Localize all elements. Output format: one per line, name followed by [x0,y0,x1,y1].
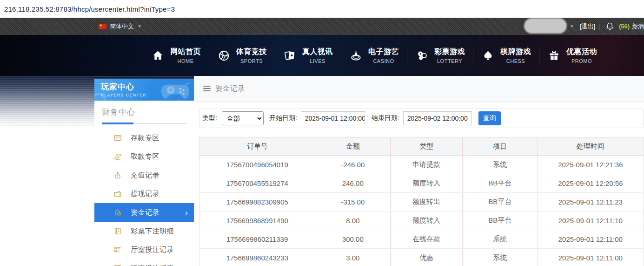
end-date-input[interactable] [403,111,472,125]
records-table: 订单号金额类型项目处理时间 1756700496054019-246.00申请提… [199,137,644,266]
page-title: 资金记录 [215,84,245,93]
browser-url-bar[interactable]: 216.118.235.52:8783/hhcp/usercenter.html… [0,0,644,18]
nav-label-en: CASINO [373,58,394,64]
gift-icon [547,49,560,62]
chevron-right-icon: › [185,209,188,217]
end-date-label: 结束日期: [372,114,399,123]
sidebar-section: 财务中心 [94,101,194,124]
sidebar-item-厅室投注记录[interactable]: 厅室投注记录 [94,240,194,259]
order-number-cell: 1756700455519274 [199,174,315,193]
bell-icon[interactable] [605,22,614,31]
section-title: 财务中心 [102,107,186,117]
amount-cell: 3.00 [315,249,391,266]
sidebar-item-提现记录[interactable]: 提现记录 [94,184,194,203]
basketball-icon [217,49,230,62]
sidebar-item-label: 资金记录 [131,208,159,217]
moneybag-icon [113,171,122,180]
type-cell: 优惠 [391,249,462,266]
nav-item-home[interactable]: 网站首页HOME [143,47,209,64]
wallet-icon [113,190,122,198]
type-select[interactable]: 全部 [222,111,264,125]
nav-item-text: 真人视讯LIVES [302,47,333,64]
funds-icon [113,208,122,217]
sidebar-title: 玩家中心 [101,82,194,92]
sidebar-item-label: 提现记录 [131,190,159,198]
column-header: 项目 [462,138,538,156]
search-button[interactable]: 查询 [478,111,501,125]
project-cell: BB平台 [462,174,538,193]
home-icon [151,49,164,62]
start-date-label: 开始日期: [269,114,297,123]
sidebar-item-label: 取款专区 [131,152,159,161]
nav-item-lottery[interactable]: 彩票游戏LOTTERY [407,47,473,64]
spade-icon [481,49,494,62]
type-label: 类型: [202,114,217,123]
hamburger-icon[interactable] [203,86,211,91]
new-message-label[interactable]: 新消息 [632,22,644,31]
type-cell: 申请提款 [391,156,462,174]
utility-top-bar: ★ 简体中文 ▼ ▼ [退出] | (56) 新消息 [0,18,644,35]
sidebar-item-充值记录[interactable]: 充值记录 [94,166,194,184]
main-navigation: 网站首页HOME体育竞技SPORTS真人视讯LIVES电子游艺CASINO彩票游… [0,35,644,76]
nav-label-en: HOME [178,58,194,64]
nav-item-chess[interactable]: 棋牌游戏CHESS [473,47,539,64]
time-cell: 2025-09-01 12:11:00 [538,249,643,266]
start-date-input[interactable] [301,111,365,125]
column-header: 处理时间 [538,138,643,156]
sidebar-item-资金记录[interactable]: 资金记录› [94,203,194,222]
amount-cell: -315.00 [315,193,391,211]
time-cell: 2025-09-01 12:11:10 [538,211,643,230]
sidebar-item-玩家投注报表[interactable]: 玩家投注报表 [94,259,194,266]
page-url[interactable]: 216.118.235.52:8783/hhcp/usercenter.html… [4,5,175,13]
nav-item-casino[interactable]: 电子游艺CASINO [341,47,407,64]
sidebar-item-彩票下注明细[interactable]: 彩票下注明细 [94,222,194,240]
username-redacted[interactable] [524,18,567,34]
column-header: 订单号 [199,138,315,156]
topbar-divider: | [599,23,601,30]
time-cell: 2025-09-01 12:11:23 [538,193,643,211]
amount-cell: 8.00 [315,211,391,230]
message-count[interactable]: (56) [619,23,630,30]
filter-bar: 类型: 全部 开始日期: 结束日期: 查询 [199,109,644,128]
nav-label-zh: 体育竞技 [236,47,267,57]
sidebar-item-存款专区[interactable]: 存款专区 [94,129,194,147]
sidebar-item-label: 厅室投注记录 [131,246,174,254]
section-underline [102,123,186,124]
list-icon [113,246,122,254]
nav-item-text: 电子游艺CASINO [368,47,399,64]
sidebar-subtitle: PLAYERS CENTER [101,93,194,97]
column-header: 金额 [315,138,391,156]
main-content: 资金记录 类型: 全部 开始日期: 结束日期: 查询 订单号金额类型项目处理时间… [194,76,644,266]
china-flag-icon: ★ [99,24,106,29]
sidebar-header: 玩家中心 PLAYERS CENTER [94,79,194,101]
nav-item-text: 彩票游戏LOTTERY [434,47,465,64]
logout-link[interactable]: [退出] [580,22,595,31]
withdraw-hand-icon [113,152,122,161]
chevron-down-icon[interactable]: ▼ [570,24,574,29]
nav-item-text: 棋牌游戏CHESS [500,47,531,64]
nav-item-sports[interactable]: 体育竞技SPORTS [209,47,275,64]
nav-item-promo[interactable]: 优惠活动PROMO [539,47,605,64]
table-header-row: 订单号金额类型项目处理时间 [199,138,644,156]
project-cell: BB平台 [462,211,538,230]
order-number-cell: 1756699860243233 [199,249,315,266]
nav-item-lives[interactable]: 真人视讯LIVES [275,47,341,64]
order-number-cell: 1756699882309905 [199,193,315,211]
nav-label-en: LOTTERY [437,58,462,64]
sidebar-item-取款专区[interactable]: 取款专区 [94,147,194,166]
table-row: 17566998689914908.00额度转入BB平台2025-09-01 1… [199,211,644,230]
table-row: 1756700496054019-246.00申请提款系统2025-09-01 … [199,156,644,174]
project-cell: BB平台 [462,193,538,211]
table-row: 1756700455519274246.00额度转入BB平台2025-09-01… [199,174,644,193]
time-cell: 2025-09-01 12:11:00 [538,230,643,249]
project-cell: 系统 [462,156,538,174]
sidebar-item-label: 存款专区 [131,134,159,143]
project-cell: 系统 [462,230,538,249]
language-selector[interactable]: ★ 简体中文 ▼ [99,18,142,35]
type-cell: 额度转出 [391,193,462,211]
nav-item-text: 网站首页HOME [170,47,201,64]
cards-icon [283,49,296,62]
order-number-cell: 1756700496054019 [199,156,315,174]
nav-label-zh: 真人视讯 [302,47,333,57]
type-cell: 额度转入 [391,174,462,193]
